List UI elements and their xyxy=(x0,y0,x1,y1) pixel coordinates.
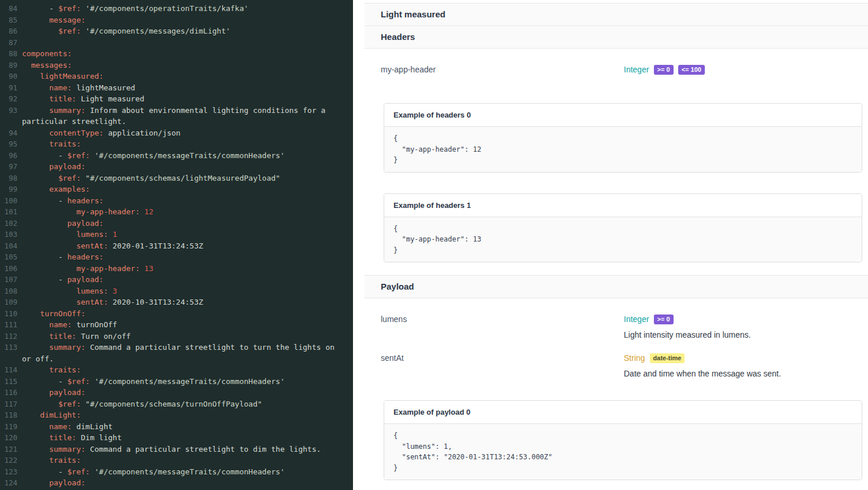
code-line[interactable]: 91 name: lightMeasured xyxy=(0,82,353,94)
code-line[interactable]: 102 payload: xyxy=(0,218,353,229)
line-number: 92 xyxy=(0,93,17,105)
code-line[interactable]: 106 my-app-header: 13 xyxy=(0,263,353,275)
code-line[interactable]: 115 - $ref: '#/components/messageTraits/… xyxy=(0,376,353,387)
code-line[interactable]: 99 examples: xyxy=(0,184,353,195)
line-number: 97 xyxy=(0,161,17,173)
line-number: 111 xyxy=(0,319,17,331)
code-line[interactable]: 90 lightMeasured: xyxy=(0,71,353,82)
code-line[interactable]: 98 $ref: "#/components/schemas/lightMeas… xyxy=(0,173,353,184)
code-line[interactable]: 93 summary: Inform about environmental l… xyxy=(0,105,353,127)
code-line[interactable]: 120 title: Dim light xyxy=(0,432,353,444)
property-description: Light intensity measured in lumens. xyxy=(624,329,856,341)
line-number: 102 xyxy=(0,218,17,229)
property-type-line: Integer>= 0 xyxy=(624,313,856,325)
code-text: summary: Command a particular streetligh… xyxy=(22,444,353,455)
line-number: 89 xyxy=(0,60,17,71)
line-number: 124 xyxy=(0,477,17,489)
example-title: Example of payload 0 xyxy=(384,401,862,424)
line-number: 115 xyxy=(0,376,17,387)
code-text: sentAt: 2020-10-31T13:24:53Z xyxy=(22,297,353,308)
code-line[interactable]: 110 turnOnOff: xyxy=(0,308,353,320)
code-text: title: Turn on/off xyxy=(22,331,353,342)
code-line[interactable]: 86 $ref: '#/components/messages/dimLight… xyxy=(0,25,353,37)
code-line[interactable]: 118 dimLight: xyxy=(0,409,353,421)
code-line[interactable]: 108 lumens: 3 xyxy=(0,286,353,297)
line-number: 117 xyxy=(0,398,17,410)
code-line[interactable]: 117 $ref: "#/components/schemas/turnOnOf… xyxy=(0,398,353,410)
code-line[interactable]: 92 title: Light measured xyxy=(0,93,353,105)
property-row-my-app-header: my-app-header Integer>= 0<= 100 xyxy=(365,64,868,75)
docs-panel[interactable]: Light measured Headers my-app-header Int… xyxy=(365,0,868,490)
code-line[interactable]: 100 - headers: xyxy=(0,195,353,207)
code-line[interactable]: 114 traits: xyxy=(0,364,353,376)
line-number: 122 xyxy=(0,455,17,466)
code-line[interactable]: 111 name: turnOnOff xyxy=(0,319,353,331)
code-line[interactable]: 94 contentType: application/json xyxy=(0,127,353,139)
line-number: 110 xyxy=(0,308,17,320)
code-text xyxy=(22,37,353,49)
code-editor[interactable]: 84 - $ref: '#/components/operationTraits… xyxy=(0,0,353,490)
constraint-badge: >= 0 xyxy=(654,65,674,75)
message-title-header: Light measured xyxy=(365,3,868,26)
line-number: 107 xyxy=(0,274,17,286)
line-number: 106 xyxy=(0,263,17,275)
example-code: { "my-app-header": 13 } xyxy=(384,217,862,262)
line-number: 95 xyxy=(0,138,17,150)
code-text: contentType: application/json xyxy=(22,127,353,139)
line-number: 104 xyxy=(0,240,17,252)
code-line[interactable]: 109 sentAt: 2020-10-31T13:24:53Z xyxy=(0,297,353,308)
line-number: 96 xyxy=(0,150,17,162)
line-number: 123 xyxy=(0,466,17,478)
code-text: lightMeasured: xyxy=(22,71,353,82)
code-text: traits: xyxy=(22,364,353,376)
code-line[interactable]: 119 name: dimLight xyxy=(0,421,353,433)
code-line[interactable]: 124 payload: xyxy=(0,477,353,489)
line-number: 94 xyxy=(0,127,17,139)
line-number: 118 xyxy=(0,409,17,421)
code-line[interactable]: 96 - $ref: '#/components/messageTraits/c… xyxy=(0,150,353,162)
property-definition: Integer>= 0<= 100 xyxy=(624,64,856,75)
code-line[interactable]: 121 summary: Command a particular street… xyxy=(0,444,353,455)
payload-section-title: Payload xyxy=(381,281,414,291)
code-line[interactable]: 85 message: xyxy=(0,14,353,26)
example-code: { "my-app-header": 12 } xyxy=(384,127,862,172)
code-line[interactable]: 104 sentAt: 2020-01-31T13:24:53Z xyxy=(0,240,353,252)
code-line[interactable]: 95 traits: xyxy=(0,138,353,150)
code-line[interactable]: 103 lumens: 1 xyxy=(0,229,353,240)
line-number: 99 xyxy=(0,184,17,195)
code-line[interactable]: 89 messages: xyxy=(0,60,353,71)
code-text: $ref: "#/components/schemas/lightMeasure… xyxy=(22,173,353,184)
code-line[interactable]: 88components: xyxy=(0,48,353,60)
line-number: 121 xyxy=(0,444,17,455)
code-text: summary: Inform about environmental ligh… xyxy=(22,105,353,127)
code-line[interactable]: 87 xyxy=(0,37,353,49)
format-badge: date-time xyxy=(650,353,685,363)
code-text: - $ref: '#/components/messageTraits/comm… xyxy=(22,150,353,162)
code-text: $ref: '#/components/messages/dimLight' xyxy=(22,25,353,37)
code-line[interactable]: 101 my-app-header: 12 xyxy=(0,206,353,218)
code-line[interactable]: 123 - $ref: '#/components/messageTraits/… xyxy=(0,466,353,478)
code-text: dimLight: xyxy=(22,409,353,421)
property-row-sentat: sentAt Stringdate-time Date and time whe… xyxy=(365,352,868,379)
code-line[interactable]: 107 - payload: xyxy=(0,274,353,286)
line-number: 120 xyxy=(0,432,17,444)
panel-splitter[interactable] xyxy=(353,0,365,490)
property-name: lumens xyxy=(381,313,624,341)
line-number: 113 xyxy=(0,342,17,364)
example-title: Example of headers 1 xyxy=(384,194,862,217)
headers-section-header: Headers xyxy=(365,26,868,49)
code-line[interactable]: 113 summary: Command a particular street… xyxy=(0,342,353,364)
code-text: name: dimLight xyxy=(22,421,353,433)
code-line[interactable]: 84 - $ref: '#/components/operationTraits… xyxy=(0,3,353,14)
example-title: Example of headers 0 xyxy=(384,104,862,127)
code-line[interactable]: 116 payload: xyxy=(0,387,353,398)
code-line[interactable]: 105 - headers: xyxy=(0,251,353,263)
line-number: 85 xyxy=(0,14,17,26)
line-number: 103 xyxy=(0,229,17,240)
line-number: 114 xyxy=(0,364,17,376)
code-line[interactable]: 112 title: Turn on/off xyxy=(0,331,353,342)
code-line[interactable]: 122 traits: xyxy=(0,455,353,466)
code-text: sentAt: 2020-01-31T13:24:53Z xyxy=(22,240,353,252)
code-line[interactable]: 97 payload: xyxy=(0,161,353,173)
property-name: sentAt xyxy=(381,352,624,379)
